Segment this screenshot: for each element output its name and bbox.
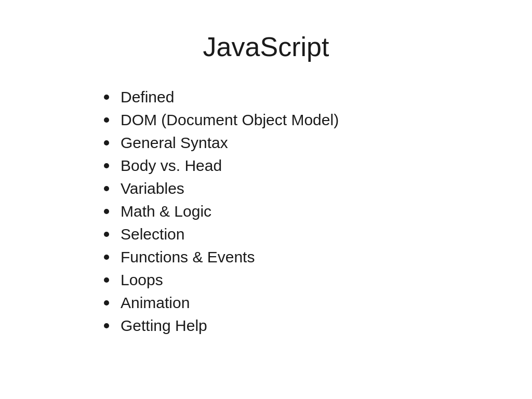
list-item: Math & Logic <box>104 203 339 220</box>
list-item: Getting Help <box>104 317 339 335</box>
bullet-list: DefinedDOM (Document Object Model)Genera… <box>104 88 339 340</box>
list-item-text: Body vs. Head <box>121 157 222 175</box>
list-item-text: Functions & Events <box>121 248 255 266</box>
list-item-text: Math & Logic <box>121 203 211 220</box>
list-item: Body vs. Head <box>104 157 339 175</box>
list-item-text: DOM (Document Object Model) <box>121 111 339 129</box>
list-item: Loops <box>104 271 339 289</box>
list-item-text: Variables <box>121 180 184 197</box>
list-item-text: Defined <box>121 88 174 106</box>
bullet-dot-icon <box>104 117 109 123</box>
bullet-dot-icon <box>104 323 109 328</box>
list-item: General Syntax <box>104 134 339 152</box>
list-item-text: Animation <box>121 294 190 312</box>
bullet-dot-icon <box>104 95 109 100</box>
slide-container: JavaScript DefinedDOM (Document Object M… <box>0 0 532 399</box>
list-item: Animation <box>104 294 339 312</box>
list-item-text: Loops <box>121 271 163 289</box>
bullet-dot-icon <box>104 209 109 214</box>
list-item: Functions & Events <box>104 248 339 266</box>
bullet-dot-icon <box>104 186 109 191</box>
bullet-dot-icon <box>104 140 109 145</box>
list-item-text: Getting Help <box>121 317 207 335</box>
slide-title: JavaScript <box>203 31 329 62</box>
list-item: Variables <box>104 180 339 197</box>
list-item-text: General Syntax <box>121 134 228 152</box>
list-item: Defined <box>104 88 339 106</box>
list-item-text: Selection <box>121 225 184 243</box>
bullet-dot-icon <box>104 277 109 283</box>
bullet-dot-icon <box>104 300 109 305</box>
bullet-dot-icon <box>104 163 109 168</box>
bullet-dot-icon <box>104 232 109 237</box>
list-item: DOM (Document Object Model) <box>104 111 339 129</box>
list-item: Selection <box>104 225 339 243</box>
bullet-dot-icon <box>104 255 109 260</box>
